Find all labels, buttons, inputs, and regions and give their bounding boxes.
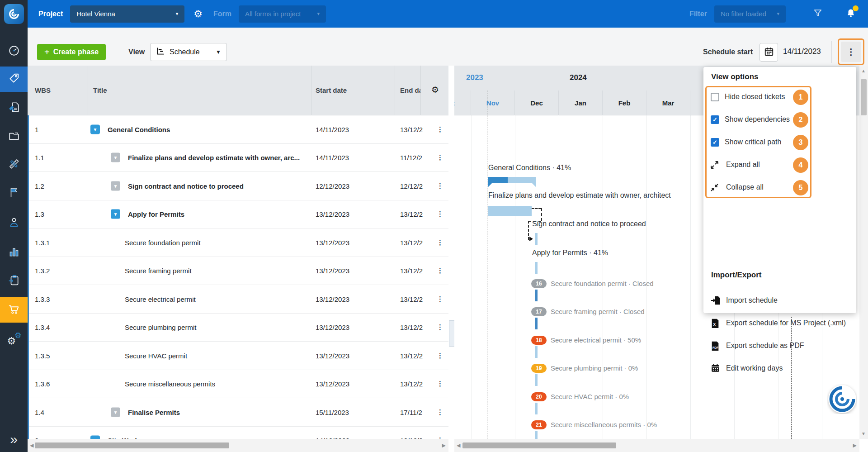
row-kebab-icon[interactable]: ⋮ — [437, 352, 443, 360]
gantt-task-label[interactable]: Sign contract and notice to proceed — [532, 220, 646, 228]
ticket-number-badge[interactable]: 18 — [531, 336, 547, 345]
row-kebab-icon[interactable]: ⋮ — [437, 210, 443, 218]
project-select[interactable]: Hotel Vienna ▾ — [70, 5, 184, 23]
view-select[interactable]: Schedule ▼ — [150, 43, 227, 61]
task-tick-apply-permits[interactable] — [535, 262, 538, 274]
checkbox-unchecked-icon[interactable] — [711, 93, 719, 101]
task-tick[interactable] — [535, 403, 538, 414]
row-kebab-icon[interactable]: ⋮ — [437, 380, 443, 388]
row-kebab-icon[interactable]: ⋮ — [437, 295, 443, 303]
scroll-right-arrow-icon[interactable]: ▶ — [442, 442, 446, 448]
app-logo[interactable] — [0, 0, 28, 28]
ticket-number-badge[interactable]: 16 — [531, 279, 547, 288]
col-header-wbs[interactable]: WBS — [35, 86, 51, 94]
notification-bell-icon[interactable] — [845, 8, 856, 20]
collapse-chevron-icon[interactable]: ▼ — [90, 124, 100, 134]
col-header-end[interactable]: End da — [400, 86, 421, 94]
table-row[interactable]: 1.2 ▼ Sign contract and notice to procee… — [28, 172, 448, 200]
sidebar-item-people[interactable] — [0, 210, 28, 236]
menu-action-export-pdf[interactable]: PDF Export schedule as PDF — [703, 335, 856, 357]
table-row[interactable]: 1 ▼ General Conditions 14/11/2023 13/12/… — [28, 115, 448, 144]
table-row[interactable]: 1.3 ▼ Apply for Permits 13/12/2023 13/12… — [28, 200, 448, 229]
gantt-task-label[interactable]: Secure foundation permit · Closed — [551, 280, 654, 287]
sidebar-item-dashboard[interactable] — [0, 39, 28, 64]
sidebar-item-specifications[interactable] — [0, 95, 28, 121]
menu-action-import-schedule[interactable]: Import schedule — [703, 290, 856, 312]
menu-action-edit-working-days[interactable]: Edit working days — [703, 357, 856, 380]
table-row[interactable]: 1.3.6 Secure miscellaneous permits 13/12… — [28, 370, 448, 399]
gantt-task-label[interactable]: Secure miscellaneous permits · 0% — [551, 421, 657, 428]
collapse-chevron-icon[interactable]: ▼ — [111, 181, 120, 190]
scroll-left-arrow-icon[interactable]: ◀ — [457, 442, 460, 448]
col-header-title[interactable]: Title — [93, 86, 107, 94]
task-tick[interactable] — [535, 431, 538, 439]
sidebar-item-tasks[interactable] — [0, 67, 28, 92]
sidebar-item-forms[interactable] — [0, 268, 28, 294]
vertical-scrollbar[interactable]: ▲ ▼ — [859, 66, 868, 439]
collapse-chevron-icon[interactable]: ▼ — [111, 407, 120, 417]
row-kebab-icon[interactable]: ⋮ — [437, 153, 443, 162]
phase-bar-general-conditions[interactable] — [488, 177, 536, 183]
table-row[interactable]: 1.3.1 Secure foundation permit 13/12/202… — [28, 228, 448, 257]
sidebar-item-orders[interactable] — [0, 297, 28, 323]
menu-option-show-critical-path[interactable]: ✓ Show critical path 3 — [703, 131, 856, 154]
sidebar-collapse-button[interactable]: » — [0, 427, 28, 452]
scroll-right-arrow-icon[interactable]: ▶ — [853, 442, 857, 448]
menu-option-show-dependencies[interactable]: ✓ Show dependencies 2 — [703, 109, 856, 131]
task-tick[interactable] — [535, 290, 538, 301]
table-row[interactable]: 2 ▼ Site Work 14/12/2023 18/12/2 ⋮ — [28, 427, 448, 439]
gantt-task-label[interactable]: Secure plumbing permit · 0% — [551, 364, 638, 372]
sidebar-item-punchlist[interactable] — [0, 181, 28, 206]
menu-option-hide-closed-tickets[interactable]: Hide closed tickets 1 — [703, 86, 856, 109]
gantt-task-label[interactable]: Secure electrical permit · 50% — [551, 336, 641, 344]
checkbox-checked-icon[interactable]: ✓ — [711, 115, 719, 124]
schedule-start-date[interactable]: 14/11/2023 — [783, 47, 821, 56]
sidebar-item-measure[interactable] — [0, 152, 28, 177]
gantt-task-label[interactable]: Apply for Permits · 41% — [532, 249, 608, 257]
gantt-task-label[interactable]: Secure framing permit · Closed — [551, 308, 645, 315]
collapse-chevron-icon[interactable]: ▼ — [111, 153, 120, 162]
create-phase-button[interactable]: + Create phase — [37, 44, 106, 60]
checkbox-checked-icon[interactable]: ✓ — [711, 138, 719, 147]
view-options-kebab-button[interactable]: ⋮ — [841, 42, 861, 62]
scroll-left-arrow-icon[interactable]: ◀ — [30, 442, 33, 448]
scrollbar-thumb[interactable] — [462, 442, 616, 448]
gantt-task-label[interactable]: Secure HVAC permit · 0% — [551, 393, 629, 400]
ticket-number-badge[interactable]: 21 — [531, 420, 547, 429]
column-settings-gear-icon[interactable]: ⚙ — [431, 85, 439, 95]
schedule-start-calendar-button[interactable] — [760, 43, 778, 62]
ticket-number-badge[interactable]: 20 — [531, 392, 547, 401]
ticket-number-badge[interactable]: 19 — [531, 364, 547, 373]
scroll-down-arrow-icon[interactable]: ▼ — [861, 431, 866, 436]
funnel-filter-icon[interactable] — [813, 8, 823, 20]
sidebar-item-settings[interactable]: ⚙⚙ — [0, 327, 28, 352]
task-tick[interactable] — [535, 346, 538, 358]
col-header-start[interactable]: Start date — [316, 86, 347, 94]
menu-action-export-ms-project[interactable]: x Export schedule for MS Project (.xml) — [703, 312, 856, 335]
project-settings-gear-icon[interactable]: ⚙ — [193, 8, 203, 20]
collapse-chevron-icon[interactable]: ▼ — [90, 436, 100, 439]
gantt-task-label[interactable]: General Conditions · 41% — [488, 164, 571, 172]
table-row[interactable]: 1.3.4 Secure plumbing permit 13/12/2023 … — [28, 314, 448, 342]
table-row[interactable]: 1.3.5 Secure HVAC permit 13/12/2023 13/1… — [28, 342, 448, 370]
task-tick[interactable] — [535, 318, 538, 329]
scrollbar-thumb[interactable] — [35, 442, 229, 448]
scroll-up-arrow-icon[interactable]: ▲ — [861, 68, 866, 73]
task-tick[interactable] — [535, 374, 538, 386]
table-row[interactable]: 1.4 ▼ Finalise Permits 15/11/2023 17/11/… — [28, 398, 448, 427]
row-kebab-icon[interactable]: ⋮ — [437, 182, 443, 190]
table-horizontal-scrollbar[interactable]: ◀ ▶ — [28, 439, 448, 452]
task-tick-sign-contract[interactable] — [535, 233, 538, 245]
table-row[interactable]: 1.1 ▼ Finalize plans and develop estimat… — [28, 144, 448, 172]
sidebar-item-reports[interactable] — [0, 240, 28, 265]
row-kebab-icon[interactable]: ⋮ — [437, 408, 443, 416]
ticket-number-badge[interactable]: 17 — [531, 307, 547, 316]
row-kebab-icon[interactable]: ⋮ — [437, 238, 443, 247]
gantt-horizontal-scrollbar[interactable]: ◀ ▶ — [454, 439, 859, 452]
sidebar-item-files[interactable] — [0, 124, 28, 149]
task-bar-finalize-plans[interactable] — [488, 206, 532, 216]
table-row[interactable]: 1.3.2 Secure framing permit 13/12/2023 1… — [28, 257, 448, 285]
row-kebab-icon[interactable]: ⋮ — [437, 266, 443, 275]
gantt-task-label[interactable]: Finalize plans and develop estimate with… — [488, 191, 671, 200]
menu-option-expand-all[interactable]: Expand all 4 — [703, 154, 856, 176]
